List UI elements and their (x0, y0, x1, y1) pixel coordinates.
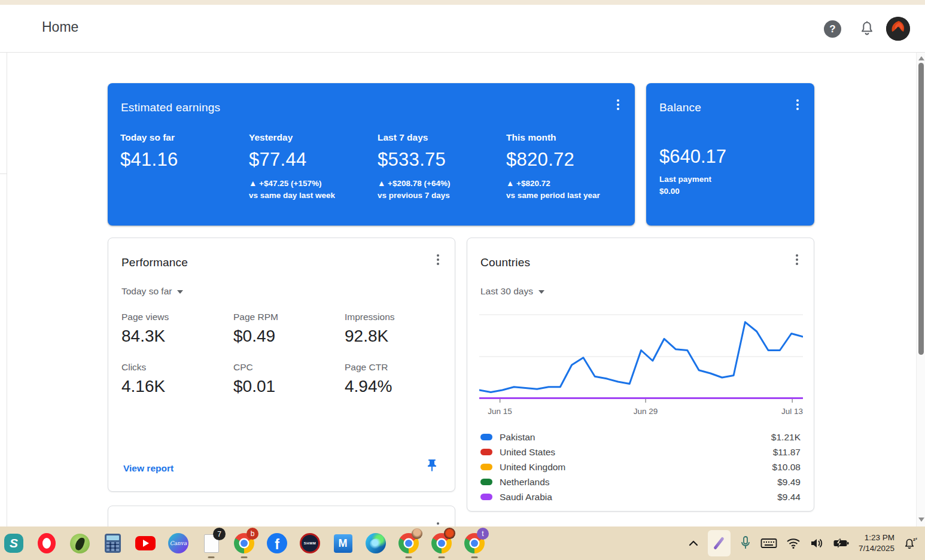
legend-label: United States (500, 447, 773, 458)
taskbar-facebook-icon[interactable]: f (267, 533, 287, 553)
help-icon[interactable]: ? (824, 20, 841, 38)
tray-battery-icon[interactable] (833, 538, 850, 549)
taskbar-edge-icon[interactable] (366, 533, 386, 553)
shmm-glyph: SHMM (300, 533, 320, 553)
svg-text:z: z (915, 537, 917, 540)
tray-chevron-up-icon[interactable] (688, 540, 699, 547)
profile-badge: t (477, 528, 489, 540)
card-title: Balance (659, 101, 701, 114)
vertical-scrollbar[interactable] (916, 53, 925, 526)
legend-value: $1.21K (771, 432, 801, 443)
countries-chart (479, 312, 803, 403)
metric-label: Yesterday (249, 132, 293, 143)
series-color-chip (480, 464, 492, 470)
taskbar-shmm-icon[interactable]: SHMM (300, 533, 320, 553)
tray-speaker-icon[interactable] (810, 537, 824, 549)
earnings-col-7days: Last 7 days $533.75 ▲ +$208.78 (+64%) vs… (378, 83, 503, 226)
pin-icon[interactable] (425, 458, 439, 475)
series-color-chip (480, 494, 492, 500)
kebab-menu-icon[interactable] (796, 104, 799, 106)
countries-legend: Pakistan $1.21K United States $11.87 Uni… (467, 430, 814, 504)
chevron-down-icon (538, 290, 544, 294)
metric-label: Last 7 days (378, 132, 428, 143)
tray-microphone-icon[interactable] (740, 535, 751, 551)
series-color-chip (480, 449, 492, 455)
legend-item[interactable]: United Kingdom $10.08 (467, 459, 814, 474)
x-tick-label: Jun 15 (488, 407, 512, 416)
legend-item[interactable]: Pakistan $1.21K (467, 430, 814, 445)
range-label: Last 30 days (480, 286, 533, 297)
scrollbar-up-arrow[interactable] (918, 56, 924, 60)
taskbar-notepad-icon[interactable]: 7 (201, 533, 221, 553)
running-indicator (439, 556, 445, 558)
kebab-menu-icon[interactable] (437, 258, 439, 261)
last-payment-value: $0.00 (659, 187, 680, 196)
metric-label: Page views (121, 312, 169, 322)
tray-clock[interactable]: 1:23 PM 7/14/2025 (859, 532, 894, 553)
account-avatar[interactable] (886, 17, 910, 41)
legend-item[interactable]: Netherlands $9.49 (467, 474, 814, 489)
metric-label: Clicks (121, 362, 146, 373)
tray-bell-sleep-icon[interactable]: z z (903, 536, 919, 550)
taskbar-calculator-icon[interactable] (102, 533, 123, 553)
running-indicator (241, 556, 248, 558)
legend-value: $10.08 (772, 462, 801, 473)
taskbar-chrome-profile-b-icon[interactable]: b (234, 533, 254, 553)
x-tick-label: Jun 29 (634, 407, 658, 416)
metric-label: Today so far (120, 132, 175, 143)
surfshark-glyph: S (4, 534, 23, 553)
last-payment-label: Last payment (659, 175, 711, 184)
page-title: Home (42, 19, 78, 35)
scrollbar-down-arrow[interactable] (918, 518, 924, 522)
performance-card: Performance Today so far Page views 84.3… (108, 238, 455, 492)
metric-label: Page RPM (233, 312, 278, 322)
estimated-earnings-card: Estimated earnings Today so far $41.16 Y… (108, 83, 635, 226)
kebab-menu-icon[interactable] (796, 258, 798, 261)
taskbar-youtube-icon[interactable] (135, 533, 156, 553)
tray-keyboard-icon[interactable] (760, 537, 777, 549)
notifications-bell-icon[interactable] (859, 20, 875, 37)
earnings-col-today: Today so far $41.16 (120, 83, 246, 226)
chart-x-axis-labels: Jun 15 Jun 29 Jul 13 (479, 407, 803, 418)
metric-label: Impressions (345, 312, 395, 322)
legend-label: United Kingdom (500, 462, 772, 473)
metric-delta: ▲ +$820.72 (506, 179, 550, 188)
taskbar-m-app-icon[interactable]: M (333, 533, 353, 553)
chevron-down-icon (177, 290, 183, 294)
metric-compare: vs same period last year (506, 191, 600, 200)
legend-item[interactable]: Saudi Arabia $9.44 (467, 489, 814, 504)
taskbar-chrome-profile-photo-icon[interactable] (398, 533, 419, 553)
performance-range-dropdown[interactable]: Today so far (121, 286, 183, 297)
metric-compare: vs same day last week (249, 191, 335, 200)
taskbar-opera-icon[interactable] (36, 533, 57, 553)
running-indicator (208, 556, 215, 558)
legend-value: $9.44 (777, 492, 801, 503)
countries-range-dropdown[interactable]: Last 30 days (480, 286, 544, 297)
metric-value: 4.16K (121, 377, 165, 396)
countries-card: Countries Last 30 days Jun 15 Jun 29 Jul… (467, 238, 814, 512)
m-glyph: M (334, 534, 352, 553)
metric-label: This month (506, 132, 556, 143)
taskbar-chrome-profile-t-icon[interactable]: t (464, 533, 485, 553)
x-tick-label: Jul 13 (781, 407, 803, 416)
profile-badge: b (247, 528, 258, 540)
taskbar-chrome-profile-phoenix-icon[interactable] (431, 533, 452, 553)
metric-value: 92.8K (345, 327, 388, 346)
metric-value: $0.49 (233, 327, 275, 346)
legend-label: Pakistan (500, 432, 771, 443)
taskbar-green-app-icon[interactable] (69, 533, 90, 553)
legend-label: Netherlands (500, 477, 777, 488)
taskbar-canva-icon[interactable]: Canva (168, 533, 188, 553)
taskbar-surfshark-icon[interactable]: S (4, 533, 24, 553)
metric-value: $0.01 (233, 377, 275, 396)
scrollbar-thumb[interactable] (918, 63, 924, 355)
range-label: Today so far (121, 286, 172, 297)
tray-pen-icon[interactable] (708, 530, 731, 556)
header: Home ? (0, 5, 925, 53)
earnings-col-month: This month $820.72 ▲ +$820.72 vs same pe… (506, 83, 632, 226)
collapsed-sidebar (0, 53, 7, 526)
view-report-link[interactable]: View report (123, 463, 174, 474)
tray-wifi-icon[interactable] (786, 537, 801, 549)
legend-item[interactable]: United States $11.87 (467, 445, 814, 459)
taskbar: S Canva 7 b f SHMM M (0, 526, 925, 560)
